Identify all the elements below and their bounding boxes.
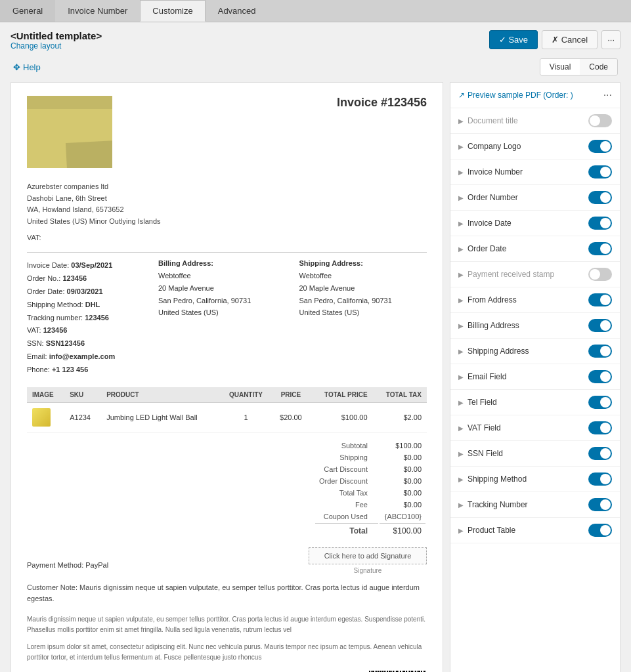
email-label: Email:: [27, 352, 47, 360]
settings-item-label: SSN Field: [468, 449, 503, 458]
shipping-street: 20 Maple Avenue: [299, 282, 427, 295]
col-product: PRODUCT: [101, 387, 220, 403]
code-view-button[interactable]: Code: [580, 59, 617, 75]
tab-general[interactable]: General: [0, 0, 55, 22]
terms-text-2: Lorem ipsum dolor sit amet, consectetur …: [27, 642, 427, 663]
shipping-address-toggle[interactable]: [588, 345, 612, 358]
cancel-button[interactable]: ✗ Cancel: [542, 30, 598, 49]
settings-item-from-address[interactable]: ▶ From Address: [450, 287, 620, 313]
company-logo-image: [27, 96, 112, 168]
totals-table: Subtotal $100.00 Shipping $0.00 Cart Dis…: [314, 439, 427, 538]
company-logo-toggle[interactable]: [588, 140, 612, 153]
order-number-toggle[interactable]: [588, 191, 612, 204]
add-signature-button[interactable]: Click here to add Signature: [309, 547, 427, 564]
shipping-name: Webtoffee: [299, 270, 427, 282]
settings-item-left: ▶ Tel Field: [458, 398, 497, 407]
settings-item-tel-field[interactable]: ▶ Tel Field: [450, 390, 620, 415]
ssn-value: SSN123456: [46, 339, 85, 347]
total-tax-label: Total Tax: [315, 488, 378, 498]
order-date-toggle[interactable]: [588, 242, 612, 255]
product-table-toggle[interactable]: [588, 524, 612, 537]
vat-field-toggle[interactable]: [588, 421, 612, 434]
settings-item-billing-address[interactable]: ▶ Billing Address: [450, 313, 620, 339]
payment-stamp-toggle[interactable]: [588, 268, 612, 281]
more-options-button[interactable]: ···: [601, 30, 620, 49]
arrow-icon: ▶: [458, 322, 464, 329]
settings-item-label: Invoice Number: [468, 167, 523, 177]
shipping-row: Shipping $0.00: [315, 452, 425, 463]
settings-item-order-date[interactable]: ▶ Order Date: [450, 236, 620, 262]
email-field-toggle[interactable]: [588, 370, 612, 383]
settings-item-left: ▶ Invoice Number: [458, 167, 523, 177]
settings-item-label: Order Date: [468, 244, 506, 253]
document-title-toggle[interactable]: [588, 114, 612, 127]
shipping-method-toggle[interactable]: [588, 472, 612, 486]
billing-address-content: Webtoffee 20 Maple Avenue San Pedro, Cal…: [158, 270, 286, 319]
arrow-icon: ▶: [458, 143, 464, 150]
invoice-number-toggle[interactable]: [588, 165, 612, 178]
settings-item-tracking-number[interactable]: ▶ Tracking Number: [450, 492, 620, 518]
shipping-value: $0.00: [380, 452, 425, 463]
settings-item-payment-stamp[interactable]: ▶ Payment received stamp: [450, 262, 620, 287]
invoice-divider: [27, 252, 427, 253]
product-tax: $2.00: [373, 402, 427, 432]
tracking-row: Tracking number: 123456: [27, 312, 145, 325]
coupon-label: Coupon Used: [315, 511, 378, 522]
tel-field-toggle[interactable]: [588, 396, 612, 409]
tracking-number-toggle[interactable]: [588, 498, 612, 511]
ssn-field-toggle[interactable]: [588, 447, 612, 460]
product-image-cell: [27, 402, 64, 432]
vat-no-label: VAT:: [27, 326, 41, 334]
tab-advanced[interactable]: Advanced: [206, 0, 269, 22]
vat-no-row: VAT: 123456: [27, 324, 145, 337]
settings-item-left: ▶ Product Table: [458, 526, 515, 535]
tab-invoice-number[interactable]: Invoice Number: [55, 0, 140, 22]
settings-item-document-title[interactable]: ▶ Document title: [450, 108, 620, 134]
product-quantity: 1: [220, 402, 272, 432]
settings-item-product-table[interactable]: ▶ Product Table: [450, 518, 620, 543]
arrow-icon: ▶: [458, 476, 464, 483]
shipping-address-content: Webtoffee 20 Maple Avenue San Pedro, Cal…: [299, 270, 427, 319]
billing-address-toggle[interactable]: [588, 319, 612, 332]
settings-item-label: Document title: [468, 116, 518, 125]
settings-item-shipping-method[interactable]: ▶ Shipping Method: [450, 467, 620, 492]
settings-item-invoice-number[interactable]: ▶ Invoice Number: [450, 159, 620, 185]
invoice-date-label: Invoice Date:: [27, 261, 69, 269]
from-address-toggle[interactable]: [588, 293, 612, 306]
settings-item-label: Tracking Number: [468, 500, 528, 509]
settings-item-left: ▶ Invoice Date: [458, 219, 511, 228]
settings-item-email-field[interactable]: ▶ Email Field: [450, 364, 620, 390]
billing-name: Webtoffee: [158, 270, 286, 282]
help-button[interactable]: ✥ Help: [13, 62, 41, 72]
settings-item-vat-field[interactable]: ▶ VAT Field: [450, 415, 620, 441]
save-button[interactable]: ✓ Save: [489, 30, 538, 49]
settings-item-left: ▶ VAT Field: [458, 423, 501, 432]
tab-customize[interactable]: Customize: [140, 0, 205, 22]
settings-item-left: ▶ Tracking Number: [458, 500, 528, 509]
settings-item-label: VAT Field: [468, 423, 501, 432]
invoice-date-value: 03/Sep/2021: [71, 261, 112, 269]
settings-item-label: Order Number: [468, 193, 518, 202]
visual-view-button[interactable]: Visual: [540, 59, 580, 75]
settings-more-button[interactable]: ···: [603, 89, 612, 101]
change-layout-link[interactable]: Change layout: [11, 41, 102, 51]
settings-item-ssn-field[interactable]: ▶ SSN Field: [450, 441, 620, 467]
settings-item-order-number[interactable]: ▶ Order Number: [450, 185, 620, 211]
order-discount-row: Order Discount $0.00: [315, 476, 425, 486]
preview-pdf-link[interactable]: ↗ Preview sample PDF (Order: ): [458, 91, 573, 100]
company-name: Azurebster companies ltd: [27, 181, 427, 193]
col-quantity: QUANTITY: [220, 387, 272, 403]
invoice-header: Invoice #123456: [27, 96, 427, 168]
total-tax-value: $0.00: [380, 488, 425, 498]
coupon-value: {ABCD100}: [380, 511, 425, 522]
product-image: [32, 408, 51, 427]
invoice-date-toggle[interactable]: [588, 217, 612, 230]
arrow-icon: ▶: [458, 527, 464, 534]
barcode-image: [368, 669, 427, 672]
settings-item-shipping-address[interactable]: ▶ Shipping Address: [450, 339, 620, 364]
settings-item-invoice-date[interactable]: ▶ Invoice Date: [450, 211, 620, 236]
terms-text-1: Mauris dignissim neque ut sapien vulputa…: [27, 614, 427, 635]
order-date-value: 09/03/2021: [67, 287, 103, 295]
tracking-label: Tracking number:: [27, 314, 83, 322]
settings-item-company-logo[interactable]: ▶ Company Logo: [450, 134, 620, 159]
